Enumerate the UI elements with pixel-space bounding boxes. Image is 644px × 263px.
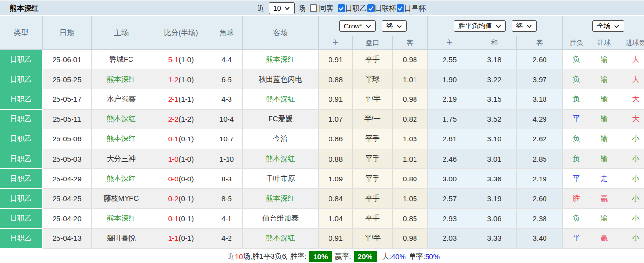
avg-period-select[interactable]: 终 <box>512 20 537 32</box>
league-j2-label: 日职乙 <box>345 4 367 13</box>
odds-provider-select[interactable]: Crow* <box>339 20 376 32</box>
type-badge: 日职乙 <box>0 89 43 109</box>
home-team-cell: 熊本深红 <box>92 169 151 188</box>
odds-line-cell: 平手 <box>353 209 393 228</box>
avg-away-cell: 2.19 <box>517 169 563 188</box>
home-team-cell: 熊本深红 <box>92 110 151 129</box>
avg-draw-cell: 3.22 <box>472 69 517 89</box>
avg-draw-cell: 3.52 <box>472 110 517 129</box>
handicap-result-cell: 输 <box>590 50 618 69</box>
score-cell: 0-0(0-0) <box>151 169 211 188</box>
league-cup-label: 日联杯 <box>375 4 397 13</box>
header-score: 比分(半场) <box>151 16 211 49</box>
date-cell: 25-04-13 <box>43 229 92 248</box>
chevron-down-icon <box>614 25 619 28</box>
top-bar: 熊本深红 近 10 场 同客 日职乙 日联杯 <box>0 1 644 16</box>
odds-away-cell: 0.98 <box>393 229 428 248</box>
avg-select-group: 胜平负均值 终 <box>428 16 563 36</box>
score-cell: 5-1(1-0) <box>151 50 211 69</box>
odds-away-cell: 0.85 <box>393 209 428 228</box>
type-badge: 日职乙 <box>0 110 43 129</box>
team-title: 熊本深红 <box>10 4 39 13</box>
summary-over-label: 大: <box>382 252 391 261</box>
avg-home-cell: 3.00 <box>428 169 472 188</box>
avg-away-cell: 3.97 <box>517 69 563 89</box>
emperor-cup-checkbox[interactable] <box>397 4 404 12</box>
home-team-cell: 熊本深红 <box>92 69 151 89</box>
win-rate-badge: 10% <box>309 251 332 262</box>
odds-provider-value: Crow* <box>344 22 362 30</box>
summary-record-text: 场,胜1平3负6, 胜率: <box>243 252 307 261</box>
type-badge: 日职乙 <box>0 189 43 208</box>
handicap-result-cell: 输 <box>590 110 618 129</box>
away-team-cell: 千叶市原 <box>243 169 319 188</box>
date-cell: 25-05-17 <box>43 89 92 109</box>
away-team-cell: 仙台维加泰 <box>243 209 319 228</box>
corner-cell: 4-1 <box>211 209 243 228</box>
league-j2-checkbox[interactable] <box>338 4 345 12</box>
score-cell: 1-1(0-1) <box>151 229 211 248</box>
half-time-score: (0-0) <box>179 175 194 183</box>
date-cell: 25-05-06 <box>43 129 92 149</box>
emperor-cup-label: 日皇杯 <box>404 4 426 13</box>
goals-result-cell: 大 <box>618 89 644 109</box>
home-team-cell: 磐城FC <box>92 50 151 69</box>
goals-result-cell: 大 <box>618 50 644 69</box>
check-icon <box>339 6 344 11</box>
league-cup-checkbox[interactable] <box>367 4 375 12</box>
header-corner: 角球 <box>211 16 243 49</box>
avg-odds-select[interactable]: 胜平负均值 <box>454 20 506 32</box>
table-row: 日职乙25-05-03大分三神1-0(1-0)1-10熊本深红0.88平手1.0… <box>0 149 644 169</box>
avg-draw-cell: 3.18 <box>472 50 517 69</box>
half-time-score: (1-0) <box>179 55 194 64</box>
full-time-score: 0-0 <box>168 175 179 183</box>
goals-result-cell: 小 <box>618 149 644 168</box>
odds-line-cell: 平手 <box>353 50 393 69</box>
corner-cell: 6-5 <box>211 69 243 89</box>
table-row: 日职乙25-05-11熊本深红2-2(1-2)10-4FC爱媛1.07半/一0.… <box>0 110 644 129</box>
chevron-down-icon <box>285 7 290 10</box>
subheader-avg-draw: 和 <box>472 36 517 49</box>
half-time-score: (1-2) <box>179 115 194 123</box>
result-cell: 负 <box>563 129 590 149</box>
full-time-score: 0-1 <box>168 135 179 143</box>
score-cell: 0-1(0-1) <box>151 129 211 149</box>
avg-home-cell: 2.55 <box>428 50 472 69</box>
result-cell: 负 <box>563 50 590 69</box>
avg-home-cell: 1.75 <box>428 110 472 129</box>
handicap-result-cell: 输 <box>590 69 618 89</box>
date-cell: 25-05-11 <box>43 110 92 129</box>
recent-label: 近 <box>258 4 265 13</box>
odds-period-select[interactable]: 终 <box>382 20 407 32</box>
table-row: 日职乙25-04-29熊本深红0-0(0-0)8-3千叶市原1.09平手0.80… <box>0 169 644 189</box>
goals-result-cell: 小 <box>618 129 644 149</box>
table-row: 日职乙25-04-20熊本深红0-1(0-1)4-1仙台维加泰1.04平手0.8… <box>0 209 644 229</box>
type-badge: 日职乙 <box>0 50 43 69</box>
odds-line-cell: 平手 <box>353 149 393 168</box>
home-team-cell: 水户蜀葵 <box>92 89 151 109</box>
odds-away-cell: 1.03 <box>393 129 428 149</box>
avg-draw-cell: 3.06 <box>472 209 517 228</box>
odds-away-cell: 0.98 <box>393 89 428 109</box>
score-cell: 1-2(1-0) <box>151 69 211 89</box>
corner-cell: 4-4 <box>211 50 243 69</box>
subheader-avg-away: 客 <box>517 36 563 49</box>
chevron-down-icon <box>366 25 371 28</box>
odds-line-cell: 半/一 <box>353 110 393 129</box>
odds-line-cell: 平/半 <box>353 89 393 109</box>
scope-select[interactable]: 全场 <box>592 20 624 32</box>
summary-odd-label: 单率: <box>409 252 425 261</box>
full-time-score: 2-1 <box>168 95 179 103</box>
avg-home-cell: 2.03 <box>428 229 472 248</box>
odds-away-cell: 1.05 <box>393 189 428 208</box>
recent-count-select[interactable]: 10 <box>269 2 295 14</box>
summary-over-rate: 40% <box>391 252 406 261</box>
away-team-cell: 熊本深红 <box>243 149 319 168</box>
odds-away-cell: 1.01 <box>393 149 428 168</box>
odds-home-cell: 0.88 <box>319 149 353 168</box>
table-row: 日职乙25-05-17水户蜀葵2-1(1-1)4-3熊本深红0.91平/半0.9… <box>0 89 644 109</box>
same-away-checkbox[interactable] <box>310 4 317 12</box>
handicap-result-cell: 赢 <box>590 189 618 208</box>
avg-home-cell: 2.46 <box>428 149 472 168</box>
table-row: 日职乙25-04-13磐田喜悦1-1(0-1)4-2熊本深红0.91平/半0.9… <box>0 229 644 249</box>
